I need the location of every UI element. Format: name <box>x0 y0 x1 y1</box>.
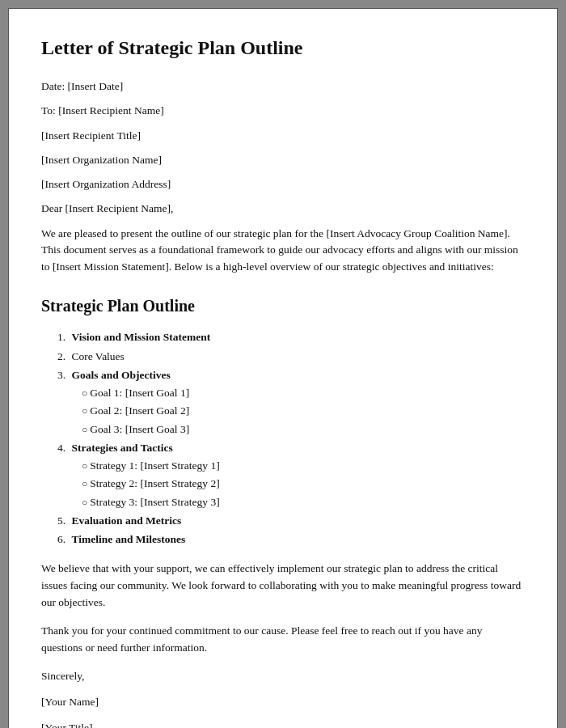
dear-line: Dear [Insert Recipient Name], <box>41 201 525 217</box>
date-line: Date: [Insert Date] <box>41 78 525 95</box>
your-title: [Your Title] <box>41 720 525 728</box>
sub-item-4-2: Strategy 2: [Insert Strategy 2] <box>82 476 525 492</box>
sub-item-3-1: Goal 1: [Insert Goal 1] <box>82 385 525 401</box>
closing: Sincerely, <box>41 668 525 684</box>
sub-item-4-3: Strategy 3: [Insert Strategy 3] <box>82 494 525 510</box>
document-page: Letter of Strategic Plan Outline Date: [… <box>8 8 558 728</box>
intro-paragraph: We are pleased to present the outline of… <box>41 226 525 277</box>
org-name: [Insert Organization Name] <box>41 152 525 168</box>
body-paragraph-2: Thank you for your continued commitment … <box>41 623 525 657</box>
outline-item-2: 2. Core Values <box>57 349 525 365</box>
your-name: [Your Name] <box>41 694 525 710</box>
outline-item-6: 6. Timeline and Milestones <box>57 531 525 548</box>
body-paragraph-1: We believe that with your support, we ca… <box>41 561 525 612</box>
recipient-title: [Insert Recipient Title] <box>41 128 525 144</box>
to-line: To: [Insert Recipient Name] <box>41 103 525 119</box>
sub-item-3-3: Goal 3: [Insert Goal 3] <box>82 421 525 438</box>
document-title: Letter of Strategic Plan Outline <box>41 33 525 62</box>
org-address: [Insert Organization Address] <box>41 176 525 193</box>
outline-item-3: 3. Goals and ObjectivesGoal 1: [Insert G… <box>57 367 525 438</box>
section-heading: Strategic Plan Outline <box>41 294 525 318</box>
outline-item-5: 5. Evaluation and Metrics <box>57 513 525 529</box>
outline-item-1: 1. Vision and Mission Statement <box>57 329 525 345</box>
sub-item-4-1: Strategy 1: [Insert Strategy 1] <box>82 458 525 474</box>
sub-item-3-2: Goal 2: [Insert Goal 2] <box>82 403 525 419</box>
outline-list: 1. Vision and Mission Statement2. Core V… <box>57 329 525 548</box>
outline-item-4: 4. Strategies and TacticsStrategy 1: [In… <box>57 440 525 510</box>
